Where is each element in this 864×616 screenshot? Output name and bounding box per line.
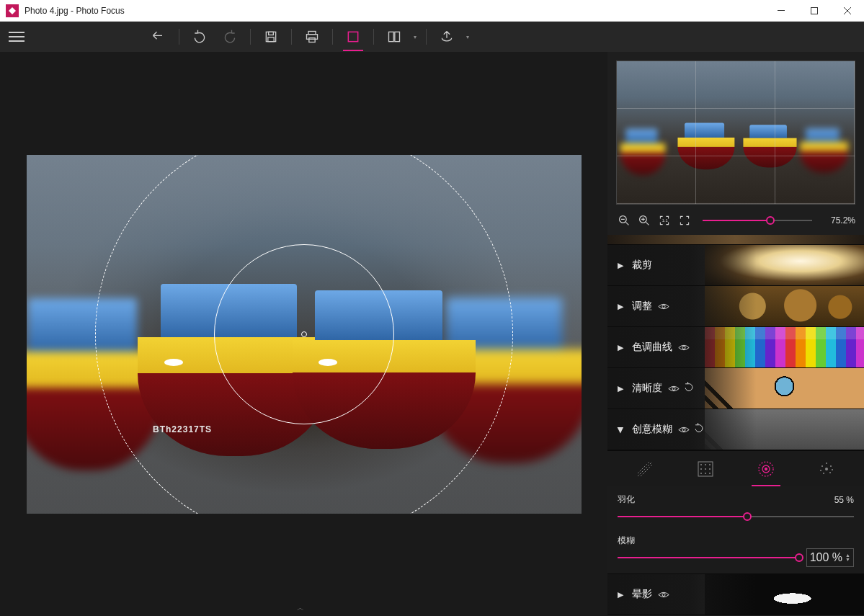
accordion-peek-above	[607, 235, 864, 245]
accordion-clarity[interactable]: ▶ 清晰度	[607, 367, 864, 409]
undo-icon[interactable]	[694, 423, 705, 436]
export-dropdown[interactable]: ▾	[463, 34, 473, 40]
blur-mode-halftone[interactable]	[691, 452, 720, 486]
chevron-right-icon: ▶	[618, 384, 623, 393]
zoom-actual-icon[interactable]	[677, 213, 692, 228]
accordion-label: 裁剪	[632, 259, 652, 272]
separator	[332, 29, 333, 45]
blur-value-input[interactable]: 100 % ▲▼	[806, 548, 854, 567]
svg-rect-3	[269, 32, 274, 35]
main-area: BTh22317TS ︿	[0, 52, 864, 616]
redo-button[interactable]	[215, 22, 244, 51]
separator	[250, 29, 251, 45]
blur-mode-radial[interactable]	[752, 452, 780, 486]
compare-button[interactable]	[380, 22, 409, 51]
focus-center-handle[interactable]	[301, 331, 307, 337]
panel-expand-handle[interactable]: ︿	[297, 603, 304, 613]
sidebar: 1:1 75.2% ▶ 裁剪 ▶ 调整	[607, 52, 864, 616]
svg-point-36	[826, 463, 827, 464]
window-titlebar: Photo 4.jpg - Photo Focus	[0, 0, 864, 22]
print-button[interactable]	[298, 22, 326, 51]
svg-point-25	[700, 473, 702, 474]
preview-wrap	[607, 52, 864, 207]
svg-point-23	[705, 468, 706, 470]
svg-point-20	[705, 464, 706, 465]
svg-point-16	[672, 387, 675, 390]
svg-point-19	[700, 464, 702, 465]
svg-rect-1	[811, 7, 818, 14]
canvas-area[interactable]: BTh22317TS ︿	[0, 52, 607, 616]
separator	[426, 29, 427, 45]
visibility-icon[interactable]	[658, 588, 671, 601]
close-button[interactable]	[831, 0, 864, 22]
blur-mode-linear[interactable]	[631, 452, 659, 486]
app-frame: ▾ ▾ BTh22317TS	[0, 22, 864, 616]
window-controls	[765, 0, 864, 22]
blur-value: 100 %	[810, 551, 842, 564]
compare-dropdown[interactable]: ▾	[410, 34, 420, 40]
toolbar-group: ▾ ▾	[144, 22, 473, 51]
accordion-label: 清晰度	[632, 382, 662, 395]
boat-second	[293, 284, 476, 449]
app-icon	[6, 4, 19, 17]
zoom-slider[interactable]	[703, 212, 812, 229]
zoom-controls: 1:1 75.2%	[607, 207, 864, 235]
zoom-out-icon[interactable]	[616, 213, 632, 228]
feather-slider[interactable]	[618, 510, 854, 523]
blur-slider[interactable]: 100 % ▲▼	[618, 551, 854, 564]
separator	[373, 29, 374, 45]
svg-rect-7	[309, 38, 315, 43]
svg-point-34	[823, 473, 824, 474]
minimize-button[interactable]	[765, 0, 798, 22]
visibility-icon[interactable]	[678, 423, 691, 436]
preview-grid	[617, 61, 855, 204]
frame-button[interactable]	[339, 22, 368, 51]
save-button[interactable]	[257, 22, 285, 51]
chevron-right-icon: ▶	[618, 302, 623, 311]
export-button[interactable]	[432, 22, 461, 51]
accordion-adjust[interactable]: ▶ 调整	[607, 285, 864, 327]
svg-point-33	[830, 465, 832, 467]
undo-icon[interactable]	[684, 382, 695, 395]
visibility-icon[interactable]	[658, 300, 671, 313]
canvas[interactable]: BTh22317TS	[27, 155, 582, 514]
separator	[179, 29, 179, 45]
top-toolbar: ▾ ▾	[0, 22, 864, 52]
svg-point-38	[832, 469, 833, 470]
svg-point-26	[705, 473, 706, 474]
accordion-creative-blur[interactable]: ▶ 创意模糊	[607, 409, 864, 450]
boat-registration: BTh22317TS	[153, 424, 212, 434]
zoom-in-icon[interactable]	[636, 213, 652, 228]
menu-button[interactable]	[9, 27, 29, 47]
feather-value: 55 %	[834, 495, 854, 505]
svg-rect-0	[778, 10, 785, 11]
stepper-icon[interactable]: ▲▼	[845, 553, 850, 562]
maximize-button[interactable]	[798, 0, 831, 22]
blur-mode-tabs	[607, 450, 864, 486]
blur-label: 模糊	[618, 535, 635, 547]
visibility-icon[interactable]	[668, 382, 681, 395]
accordion-label: 创意模糊	[632, 423, 672, 436]
svg-rect-9	[389, 32, 394, 41]
svg-rect-8	[348, 32, 357, 41]
accordion-label: 晕影	[632, 588, 652, 601]
accordion-tone-curve[interactable]: ▶ 色调曲线	[607, 326, 864, 368]
accordion-crop[interactable]: ▶ 裁剪	[607, 244, 864, 286]
undo-button[interactable]	[185, 22, 214, 51]
svg-point-27	[709, 473, 711, 474]
accordion-vignette[interactable]: ▶ 晕影	[607, 573, 864, 615]
blur-mode-scatter[interactable]	[812, 452, 841, 486]
undo-all-button[interactable]	[144, 22, 173, 51]
visibility-icon[interactable]	[678, 341, 691, 354]
chevron-right-icon: ▶	[618, 343, 623, 352]
svg-point-24	[709, 468, 711, 470]
svg-point-21	[709, 464, 711, 465]
svg-point-37	[820, 470, 821, 471]
chevron-down-icon: ▶	[616, 427, 625, 432]
zoom-value: 75.2%	[822, 215, 855, 226]
svg-point-39	[662, 593, 665, 596]
zoom-fit-icon[interactable]: 1:1	[656, 213, 672, 228]
preview-thumbnail[interactable]	[616, 61, 855, 205]
window-title: Photo 4.jpg - Photo Focus	[25, 6, 765, 16]
accordion-label: 调整	[632, 300, 652, 313]
